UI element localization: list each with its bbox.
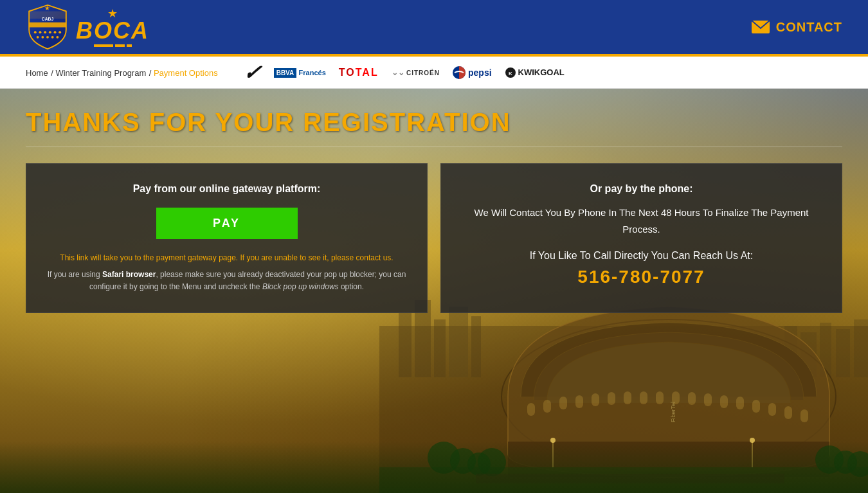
breadcrumb-current: Payment Options [154, 68, 218, 78]
svg-text:K: K [509, 71, 512, 76]
svg-rect-35 [592, 393, 599, 406]
page-title: THANKS FOR YOUR REGISTRATION [26, 108, 842, 137]
pay-button[interactable]: PAY [156, 208, 298, 239]
title-divider [26, 147, 842, 147]
svg-point-10 [41, 36, 44, 39]
svg-rect-36 [608, 392, 615, 405]
hero-section: FiberTel THANKS FOR YOUR REGISTRATION Pa… [0, 89, 868, 493]
svg-rect-44 [736, 397, 744, 409]
payment-warning: This link will take you to the payment g… [46, 252, 408, 264]
svg-rect-43 [720, 395, 728, 408]
svg-text:FiberTel: FiberTel [670, 402, 676, 422]
phone-box-title: Or pay by the phone: [460, 183, 822, 195]
ground-overlay [0, 442, 868, 493]
breadcrumb: Home / Winter Training Program / Payment… [26, 67, 218, 78]
phone-box-description: We Will Contact You By Phone In The Next… [460, 204, 822, 237]
svg-rect-28 [836, 329, 850, 377]
sponsor-pepsi: pepsi [453, 66, 492, 79]
logo-boca-label: BOCA [76, 19, 149, 42]
site-header: CABJ ★ ★ BOCA [0, 0, 868, 57]
sponsor-citroen: ⌄⌄ CITROËN [392, 68, 440, 77]
svg-point-13 [56, 36, 59, 39]
sponsor-kwikgoal: K KWIKGOAL [505, 67, 565, 78]
svg-rect-33 [559, 397, 567, 409]
svg-rect-39 [656, 391, 664, 404]
breadcrumb-home[interactable]: Home [26, 68, 48, 78]
svg-rect-47 [784, 406, 792, 419]
svg-point-11 [46, 36, 49, 39]
svg-rect-37 [624, 391, 631, 404]
svg-rect-41 [688, 392, 696, 405]
sponsors-bar: ✓ BBVA Francés TOTAL ⌄⌄ CITROËN pepsi [244, 60, 565, 85]
phone-number: 516-780-7077 [460, 267, 822, 287]
payment-options-grid: Pay from our online gateway platform: PA… [26, 163, 842, 313]
online-box-title: Pay from our online gateway platform: [46, 183, 408, 195]
svg-point-12 [51, 36, 54, 39]
svg-rect-32 [543, 400, 551, 413]
svg-rect-42 [704, 393, 712, 406]
svg-point-4 [39, 31, 42, 33]
svg-point-3 [34, 31, 37, 33]
sponsor-bbva: BBVA Francés [274, 68, 326, 77]
svg-rect-38 [640, 391, 647, 404]
svg-point-7 [54, 31, 57, 33]
breadcrumb-bar: Home / Winter Training Program / Payment… [0, 57, 868, 89]
main-content: THANKS FOR YOUR REGISTRATION Pay from ou… [0, 89, 868, 332]
sponsor-total: TOTAL [339, 67, 379, 78]
svg-rect-0 [29, 22, 66, 28]
logo-bars [94, 44, 132, 47]
svg-rect-45 [752, 400, 760, 413]
contact-link[interactable]: CONTACT [752, 20, 842, 35]
phone-box-cta: If You Like To Call Directly You Can Rea… [460, 250, 822, 262]
svg-rect-46 [768, 403, 776, 416]
online-payment-box: Pay from our online gateway platform: PA… [26, 163, 428, 313]
cabj-shield-icon: CABJ ★ [26, 4, 69, 50]
pepsi-logo-icon [453, 66, 466, 79]
sponsor-nike: ✓ [241, 60, 263, 85]
breadcrumb-program[interactable]: Winter Training Program [55, 68, 146, 78]
svg-rect-48 [800, 409, 808, 422]
phone-payment-box: Or pay by the phone: We Will Contact You… [440, 163, 842, 313]
svg-point-6 [49, 31, 51, 33]
kwikgoal-icon: K [505, 67, 516, 78]
svg-text:★: ★ [45, 4, 51, 12]
contact-label: CONTACT [776, 20, 842, 35]
svg-rect-34 [575, 395, 583, 408]
svg-text:CABJ: CABJ [42, 17, 54, 21]
svg-point-9 [37, 36, 39, 39]
breadcrumb-sep2: / [149, 68, 154, 78]
svg-point-8 [59, 31, 61, 33]
svg-rect-31 [527, 403, 535, 416]
boca-logo-text: ★ BOCA [76, 8, 149, 47]
safari-info: If you are using Safari browser, please … [46, 269, 408, 293]
logo-container: CABJ ★ ★ BOCA [26, 4, 149, 50]
svg-point-5 [44, 31, 46, 33]
email-icon [752, 21, 770, 33]
